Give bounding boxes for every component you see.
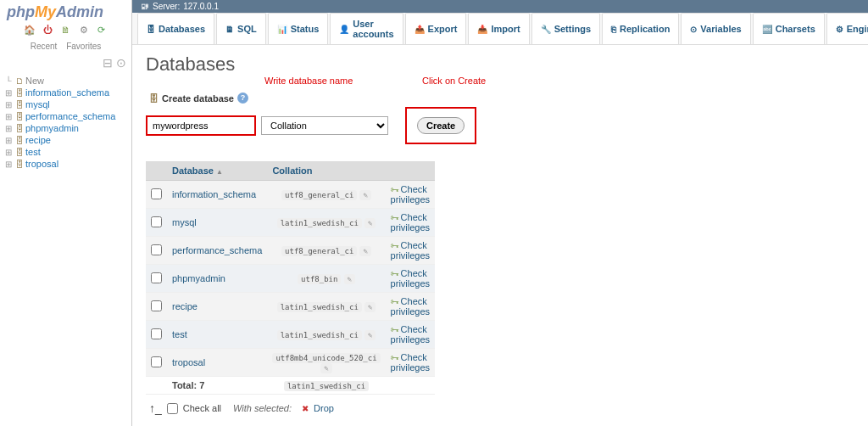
docs-icon[interactable]: 🗎	[60, 25, 72, 36]
home-icon[interactable]: 🏠	[24, 25, 36, 36]
logo[interactable]: phpMyAdmin	[0, 0, 131, 23]
row-collation: latin1_swedish_ci	[277, 218, 362, 228]
recent-link[interactable]: Recent	[31, 42, 58, 51]
db-link[interactable]: information_schema	[172, 189, 256, 199]
tree-db-item[interactable]: ⊞🗄troposal	[3, 158, 128, 170]
tab-charsets[interactable]: 🔤Charsets	[753, 13, 825, 44]
tab-label: Export	[428, 24, 458, 34]
tree-db-item[interactable]: ⊞🗄information_schema	[3, 87, 128, 98]
sidebar-links: Recent Favorites	[0, 40, 131, 56]
tab-status[interactable]: 📊Status	[268, 13, 329, 44]
tree-new-db[interactable]: └ 🗋 New	[3, 75, 128, 87]
collation-select[interactable]: Collation	[261, 116, 388, 135]
edit-collation-icon[interactable]: ✎	[364, 302, 376, 312]
expand-icon[interactable]: ⊞	[3, 124, 14, 133]
tab-label: User accounts	[353, 19, 393, 39]
logo-text-php: php	[7, 3, 35, 20]
edit-collation-icon[interactable]: ✎	[320, 363, 331, 373]
create-button[interactable]: Create	[417, 117, 465, 134]
tree-db-item[interactable]: ⊞🗄mysql	[3, 98, 128, 110]
tree-db-item[interactable]: ⊞🗄recipe	[3, 134, 128, 146]
check-all-checkbox[interactable]	[167, 403, 178, 414]
tab-replication[interactable]: ⎘Replication	[602, 13, 679, 44]
edit-collation-icon[interactable]: ✎	[364, 330, 376, 340]
tab-icon: ⎘	[611, 25, 616, 34]
db-icon: 🗄	[14, 100, 25, 109]
collapse-icon[interactable]: ⊟	[103, 56, 113, 70]
db-link[interactable]: troposal	[172, 357, 205, 367]
tab-icon: 🗄	[147, 25, 155, 34]
tree-new-label: New	[25, 76, 44, 86]
expand-icon[interactable]: ⊙	[116, 56, 126, 70]
tab-sql[interactable]: 🗎SQL	[216, 13, 266, 44]
header-action	[386, 161, 435, 181]
db-link[interactable]: test	[172, 329, 187, 339]
tab-icon: 📥	[477, 25, 487, 34]
logo-text-admin: Admin	[56, 3, 103, 20]
row-checkbox[interactable]	[151, 188, 162, 199]
db-link[interactable]: phpmyadmin	[172, 273, 225, 283]
db-icon: 🗄	[14, 160, 25, 169]
privileges-icon: 🗝	[391, 297, 399, 306]
help-icon[interactable]: ?	[237, 92, 248, 104]
row-checkbox[interactable]	[151, 356, 162, 367]
create-heading-label: Create database	[162, 93, 234, 104]
privileges-icon: 🗝	[391, 185, 399, 194]
tree-db-label: troposal	[25, 159, 58, 169]
tree-db-item[interactable]: ⊞🗄test	[3, 146, 128, 158]
db-link[interactable]: recipe	[172, 301, 198, 311]
logout-icon[interactable]: ⏻	[42, 25, 53, 36]
edit-collation-icon[interactable]: ✎	[344, 274, 355, 284]
header-database[interactable]: Database ▲	[167, 161, 267, 181]
expand-icon[interactable]: ⊞	[3, 148, 14, 157]
drop-link[interactable]: Drop	[314, 403, 334, 413]
expand-icon[interactable]: ⊞	[3, 100, 14, 109]
tab-label: SQL	[237, 24, 257, 34]
annotation-write-name: Write database name	[264, 76, 353, 86]
edit-collation-icon[interactable]: ✎	[364, 218, 376, 228]
databases-table: Database ▲ Collation information_schemau…	[146, 161, 435, 395]
tab-user-accounts[interactable]: 👤User accounts	[330, 13, 403, 44]
expand-icon[interactable]: ⊞	[3, 136, 14, 145]
tab-label: Status	[291, 24, 320, 34]
tab-settings[interactable]: 🔧Settings	[531, 13, 600, 44]
create-heading: 🗄 Create database ?	[146, 92, 868, 107]
total-row: Total: 7 latin1_swedish_ci	[146, 377, 435, 395]
expand-icon[interactable]: ⊞	[3, 160, 14, 169]
database-name-input[interactable]	[146, 115, 256, 136]
tab-variables[interactable]: ⊙Variables	[681, 13, 750, 44]
expand-icon[interactable]: ⊞	[3, 88, 14, 98]
tab-engines[interactable]: ⚙Engines	[826, 13, 868, 44]
edit-collation-icon[interactable]: ✎	[359, 190, 370, 200]
settings-icon[interactable]: ⚙	[78, 25, 90, 36]
row-checkbox[interactable]	[151, 272, 162, 283]
table-row: mysqllatin1_swedish_ci ✎🗝Check privilege…	[146, 209, 435, 237]
row-checkbox[interactable]	[151, 216, 162, 227]
server-breadcrumb: 🖳 Server: 127.0.0.1	[132, 0, 868, 13]
tab-import[interactable]: 📥Import	[468, 13, 529, 44]
favorites-link[interactable]: Favorites	[66, 42, 101, 51]
db-link[interactable]: mysql	[172, 217, 197, 227]
arrow-up-icon: ↑_	[149, 401, 162, 415]
sort-asc-icon: ▲	[216, 168, 223, 176]
row-collation: latin1_swedish_ci	[277, 330, 362, 340]
row-checkbox[interactable]	[151, 300, 162, 311]
db-link[interactable]: performance_schema	[172, 245, 262, 255]
tab-databases[interactable]: 🗄Databases	[137, 13, 214, 44]
tree-db-item[interactable]: ⊞🗄phpmyadmin	[3, 122, 128, 134]
tab-icon: 🔧	[541, 25, 551, 34]
content: Databases Write database name Click on C…	[132, 45, 868, 426]
row-checkbox[interactable]	[151, 328, 162, 339]
edit-collation-icon[interactable]: ✎	[359, 246, 370, 256]
reload-icon[interactable]: ⟳	[96, 25, 108, 36]
header-collation[interactable]: Collation	[267, 161, 385, 181]
table-row: testlatin1_swedish_ci ✎🗝Check privileges	[146, 321, 435, 349]
expand-icon[interactable]: ⊞	[3, 112, 14, 121]
total-label: Total: 7	[167, 377, 267, 395]
row-checkbox[interactable]	[151, 244, 162, 255]
tab-export[interactable]: 📤Export	[405, 13, 467, 44]
tab-label: Variables	[700, 24, 741, 34]
tree-db-item[interactable]: ⊞🗄performance_schema	[3, 110, 128, 122]
tab-icon: ⊙	[690, 25, 697, 34]
create-button-highlight: Create	[405, 107, 476, 144]
